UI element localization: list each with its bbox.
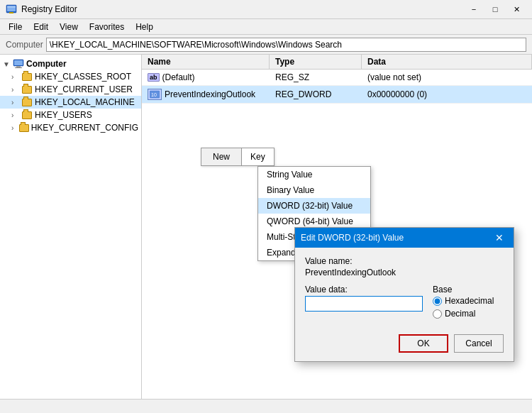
value-data-label: Value data: — [305, 285, 423, 294]
radio-group: Hexadecimal Decimal — [433, 296, 504, 319]
dialog-close-button[interactable]: ✕ — [491, 231, 508, 245]
dialog-title: Edit DWORD (32-bit) Value — [301, 233, 491, 243]
radio-decimal[interactable] — [433, 309, 442, 319]
cancel-button[interactable]: Cancel — [454, 334, 504, 353]
base-label: Base — [433, 285, 504, 294]
dialog-buttons: OK Cancel — [305, 329, 504, 353]
edit-dword-dialog: Edit DWORD (32-bit) Value ✕ Value name: … — [294, 227, 514, 362]
dialog-input-row: Value data: Base Hexadecimal Decimal — [305, 285, 504, 319]
radio-dec-label[interactable]: Decimal — [433, 309, 504, 319]
base-group: Base Hexadecimal Decimal — [433, 285, 504, 319]
radio-hex-label[interactable]: Hexadecimal — [433, 296, 504, 306]
value-name-display: PreventIndexingOutlook — [305, 268, 504, 277]
value-name-label: Value name: — [305, 256, 504, 266]
radio-hex[interactable] — [433, 297, 442, 306]
dialog-overlay: Edit DWORD (32-bit) Value ✕ Value name: … — [0, 0, 532, 413]
value-data-input[interactable] — [305, 296, 423, 312]
dialog-title-bar: Edit DWORD (32-bit) Value ✕ — [295, 228, 514, 248]
ok-button[interactable]: OK — [399, 334, 448, 353]
dialog-body: Value name: PreventIndexingOutlook Value… — [295, 248, 514, 361]
value-data-group: Value data: — [305, 285, 423, 312]
